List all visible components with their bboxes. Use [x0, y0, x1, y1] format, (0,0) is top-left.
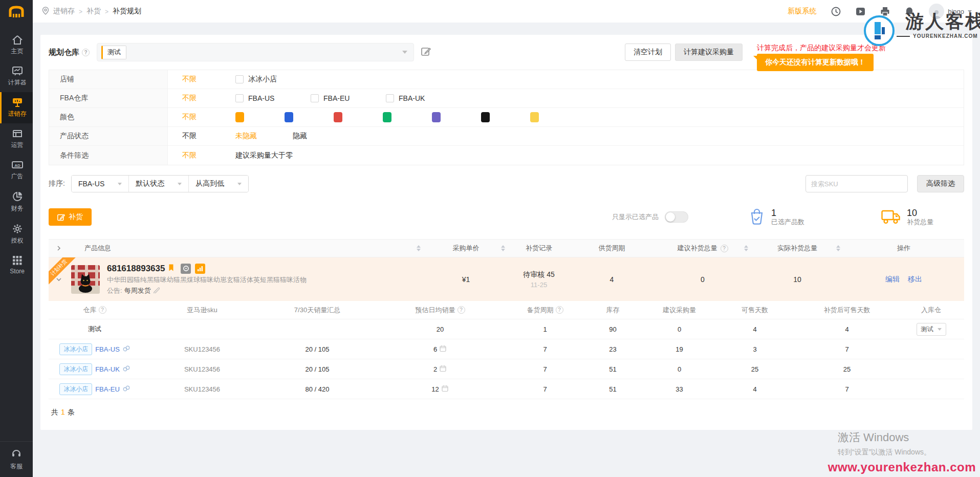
sidebar-item-ads[interactable]: AD 广告: [0, 155, 33, 186]
sidebar-item-inventory[interactable]: 进销存: [0, 92, 33, 123]
checkbox[interactable]: [311, 94, 319, 102]
calendar-edit-icon[interactable]: [442, 385, 449, 394]
color-swatch-blue[interactable]: [285, 112, 293, 122]
sort-select-warehouse[interactable]: FBA-US: [72, 176, 129, 192]
filter-option-any[interactable]: 不限: [182, 75, 235, 84]
remove-link[interactable]: 移出: [908, 275, 922, 284]
sort-carets-icon[interactable]: [417, 245, 421, 251]
shop-tag[interactable]: 冰冰小店: [59, 343, 92, 355]
filter-option-any[interactable]: 不限: [182, 113, 235, 122]
sort-carets-icon[interactable]: [744, 245, 748, 251]
filter-label: FBA仓库: [49, 89, 168, 107]
chart-badge-icon[interactable]: [195, 264, 205, 274]
link-icon[interactable]: [123, 345, 130, 353]
color-swatch-purple[interactable]: [432, 112, 441, 122]
fba-warehouse-link[interactable]: FBA-EU: [95, 385, 120, 393]
edit-pencil-icon[interactable]: [153, 287, 160, 295]
link-icon[interactable]: [123, 365, 130, 373]
filter-option-shop[interactable]: 冰冰小店: [235, 75, 311, 84]
warehouse-tag[interactable]: 测试: [101, 46, 126, 59]
col-purchase-price[interactable]: 采购单价: [424, 240, 508, 257]
selected-only-toggle[interactable]: [665, 211, 688, 223]
sort-carets-icon[interactable]: [501, 245, 505, 251]
sort-carets-icon[interactable]: [836, 245, 840, 251]
calendar-edit-icon[interactable]: [440, 365, 447, 374]
clear-plan-button[interactable]: 清空计划: [625, 44, 671, 61]
advanced-filter-button[interactable]: 高级筛选: [917, 175, 964, 192]
question-circle-icon[interactable]: [82, 49, 90, 56]
record-status[interactable]: 待审核 45: [508, 270, 570, 279]
shop-tag[interactable]: 冰冰小店: [59, 363, 92, 375]
filter-option-any[interactable]: 不限: [182, 94, 235, 103]
col-product-info[interactable]: 产品信息: [69, 240, 424, 257]
question-circle-icon[interactable]: [99, 306, 106, 314]
fba-warehouse-link[interactable]: FBA-UK: [95, 365, 120, 373]
color-swatch-black[interactable]: [481, 112, 490, 122]
color-swatch-orange[interactable]: [235, 112, 244, 122]
col-suggested-total[interactable]: 建议补货总量: [654, 240, 751, 257]
sellable-after: 4: [796, 326, 898, 333]
filter-option-fba-us[interactable]: FBA-US: [235, 94, 311, 102]
filter-option-fba-uk[interactable]: FBA-UK: [386, 94, 461, 102]
col-replenish-record: 补货记录: [508, 240, 570, 257]
sellable-days: 4: [714, 326, 796, 333]
sidebar-item-support[interactable]: 客服: [0, 441, 33, 477]
stock-cycle: 1: [509, 326, 581, 333]
shop-tag[interactable]: 冰冰小店: [59, 383, 92, 395]
product-sku[interactable]: 681618893635: [107, 264, 165, 274]
finance-icon: [12, 191, 23, 202]
edit-plan-icon[interactable]: [421, 47, 431, 58]
sidebar-item-authorization[interactable]: 授权: [0, 218, 33, 250]
warehouse-select[interactable]: 测试: [97, 43, 414, 61]
filter-option-fba-eu[interactable]: FBA-EU: [311, 94, 386, 102]
color-swatch-green[interactable]: [383, 112, 391, 122]
total-quantity-label: 补货总量: [907, 218, 933, 226]
filter-option-any[interactable]: 不限: [182, 132, 235, 141]
product-thumbnail[interactable]: [71, 265, 100, 294]
col-label: 实际补货总量: [777, 244, 817, 253]
checkbox[interactable]: [386, 94, 394, 102]
replenish-button[interactable]: 补货: [49, 208, 92, 226]
image-badge-icon[interactable]: [181, 264, 191, 274]
search-sku-input[interactable]: [805, 175, 908, 192]
sort-select-direction[interactable]: 从高到低: [189, 176, 248, 192]
subtable-row: 冰冰小店 FBA-US SKU123456 20 / 105 6 7 23 19…: [49, 339, 964, 359]
col-action: 操作: [843, 240, 964, 257]
color-swatch-yellow[interactable]: [530, 112, 539, 122]
sidebar-item-finance[interactable]: 财务: [0, 186, 33, 218]
collapse-row-chevron-icon[interactable]: [49, 277, 69, 282]
inbound-warehouse-select[interactable]: 测试: [917, 323, 946, 336]
filter-row-status: 产品状态 不限 未隐藏 隐藏: [49, 127, 964, 146]
filter-option-hidden[interactable]: 隐藏: [293, 132, 350, 141]
edit-link[interactable]: 编辑: [885, 275, 900, 284]
col-actual-total[interactable]: 实际补货总量: [751, 240, 843, 257]
sidebar-item-label: 广告: [11, 172, 24, 181]
sort-select-value: 默认状态: [136, 179, 164, 188]
checkbox[interactable]: [235, 75, 244, 83]
expand-all-chevron-icon[interactable]: [49, 245, 69, 251]
sort-select-status[interactable]: 默认状态: [129, 176, 189, 192]
total-quantity-value: 10: [907, 208, 933, 218]
filter-option-not-hidden[interactable]: 未隐藏: [235, 132, 293, 141]
filter-option-any[interactable]: 不限: [182, 151, 235, 160]
suggested-qty: 0: [645, 326, 714, 333]
sidebar-item-calculator[interactable]: 计算器: [0, 61, 33, 92]
breadcrumb-item[interactable]: 补货: [86, 7, 101, 16]
sidebar-item-operations[interactable]: 运营: [0, 123, 33, 155]
clock-icon[interactable]: [831, 6, 841, 16]
app-logo-icon[interactable]: [8, 5, 25, 21]
question-circle-icon[interactable]: [721, 245, 728, 252]
question-circle-icon[interactable]: [556, 306, 563, 314]
sidebar-item-home[interactable]: 主页: [0, 30, 33, 61]
calculate-suggested-button[interactable]: 计算建议采购量: [675, 44, 743, 61]
filter-option-suggested-gt-zero[interactable]: 建议采购量大于零: [235, 151, 293, 160]
fba-warehouse-link[interactable]: FBA-US: [95, 345, 120, 353]
new-system-link[interactable]: 新版系统: [788, 7, 816, 16]
color-swatch-red[interactable]: [334, 112, 342, 122]
sidebar-item-store[interactable]: Store: [0, 250, 33, 280]
breadcrumb-item[interactable]: 进销存: [53, 7, 75, 16]
link-icon[interactable]: [123, 385, 130, 393]
question-circle-icon[interactable]: [458, 306, 465, 314]
calendar-edit-icon[interactable]: [440, 345, 447, 354]
checkbox[interactable]: [235, 94, 244, 102]
